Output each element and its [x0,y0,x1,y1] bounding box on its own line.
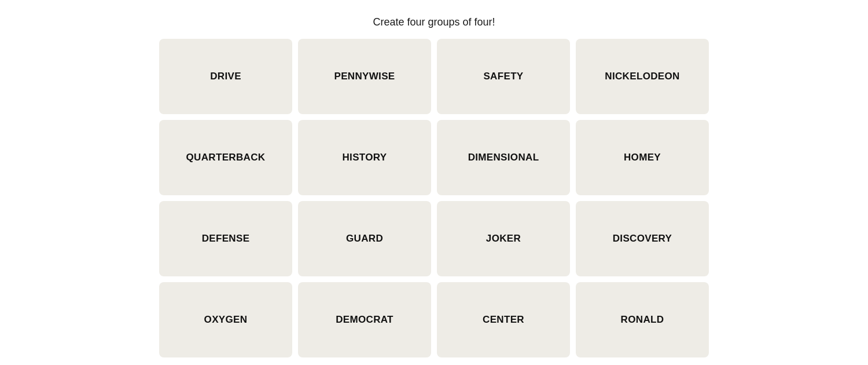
tile-history[interactable]: HISTORY [298,120,431,195]
tile-center[interactable]: CENTER [437,282,570,357]
tile-label-history: HISTORY [342,152,387,163]
tile-label-ronald: RONALD [621,314,664,326]
word-grid: DRIVEPENNYWISESAFETYNICKELODEONQUARTERBA… [159,39,709,357]
tile-homey[interactable]: HOMEY [576,120,709,195]
tile-drive[interactable]: DRIVE [159,39,292,114]
tile-label-defense: DEFENSE [202,233,250,244]
tile-label-drive: DRIVE [210,71,241,82]
tile-oxygen[interactable]: OXYGEN [159,282,292,357]
tile-democrat[interactable]: DEMOCRAT [298,282,431,357]
tile-label-homey: HOMEY [624,152,661,163]
tile-label-discovery: DISCOVERY [613,233,672,244]
tile-nickelodeon[interactable]: NICKELODEON [576,39,709,114]
tile-discovery[interactable]: DISCOVERY [576,201,709,276]
tile-defense[interactable]: DEFENSE [159,201,292,276]
tile-label-democrat: DEMOCRAT [336,314,393,326]
game-subtitle: Create four groups of four! [373,16,495,28]
tile-dimensional[interactable]: DIMENSIONAL [437,120,570,195]
tile-label-oxygen: OXYGEN [204,314,248,326]
tile-quarterback[interactable]: QUARTERBACK [159,120,292,195]
tile-label-joker: JOKER [486,233,521,244]
tile-label-nickelodeon: NICKELODEON [605,71,679,82]
tile-pennywise[interactable]: PENNYWISE [298,39,431,114]
tile-label-center: CENTER [483,314,524,326]
tile-label-quarterback: QUARTERBACK [186,152,266,163]
tile-safety[interactable]: SAFETY [437,39,570,114]
tile-label-safety: SAFETY [483,71,523,82]
tile-guard[interactable]: GUARD [298,201,431,276]
tile-label-guard: GUARD [346,233,383,244]
tile-joker[interactable]: JOKER [437,201,570,276]
tile-label-dimensional: DIMENSIONAL [468,152,539,163]
tile-ronald[interactable]: RONALD [576,282,709,357]
tile-label-pennywise: PENNYWISE [334,71,395,82]
